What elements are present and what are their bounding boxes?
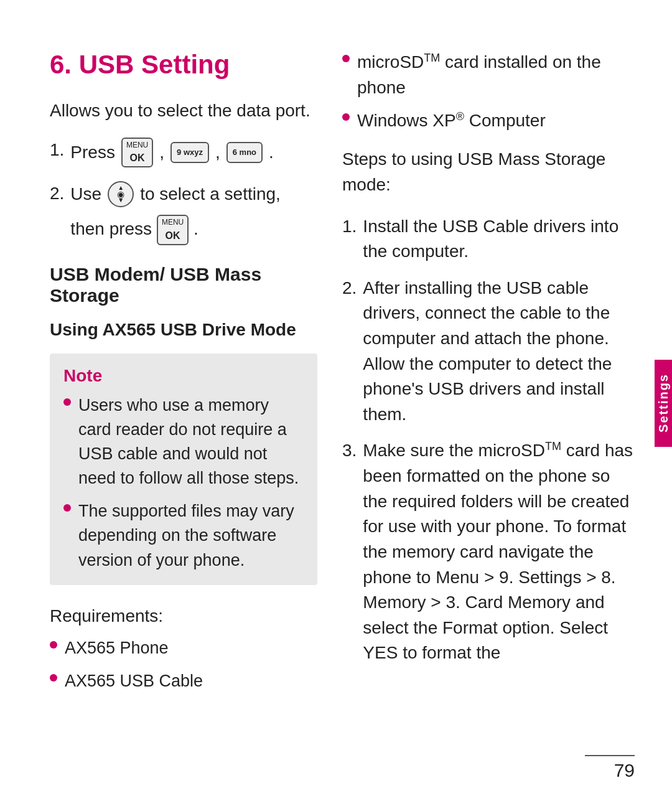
divider-line — [585, 755, 635, 756]
note-bullet-1: Users who use a memory card reader do no… — [63, 393, 304, 491]
left-column: 6. USB Setting Allows you to select the … — [50, 50, 317, 769]
sidebar-tab-label: Settings — [656, 373, 671, 433]
right-bullet-2-text: Windows XP® Computer — [357, 108, 546, 134]
step-1-number: 1. — [50, 138, 64, 163]
section-title: 6. USB Setting — [50, 50, 317, 80]
step-2-content: Use ◉ to select a setting, then press ME… — [70, 181, 317, 245]
right-dot-1 — [342, 55, 350, 62]
usb-subheading: USB Modem/ USB Mass Storage — [50, 264, 317, 306]
req-2-text: AX565 USB Cable — [65, 669, 203, 693]
note-bullet-2: The supported files may vary depending o… — [63, 499, 304, 572]
req-2: AX565 USB Cable — [50, 669, 317, 693]
right-bullet-1: microSDTM card installed on the phone — [342, 50, 635, 101]
note-bullets: Users who use a memory card reader do no… — [63, 393, 304, 573]
step-2: 2. Use ◉ to select a setting, then press… — [50, 181, 317, 245]
page-number: 79 — [614, 760, 635, 781]
req-dot-2 — [50, 674, 57, 682]
right-top-bullets: microSDTM card installed on the phone Wi… — [342, 50, 635, 133]
req-dot-1 — [50, 641, 57, 649]
step-1-content: Press MENU OK , 9 wxyz , 6 mno . — [70, 138, 317, 168]
key-menu-ok: MENU OK — [121, 138, 153, 168]
right-bullet-2: Windows XP® Computer — [342, 108, 635, 134]
main-content: 6. USB Setting Allows you to select the … — [0, 0, 672, 806]
step-r-3-text: Make sure the microSDTM card has been fo… — [363, 438, 635, 666]
right-dot-2 — [342, 113, 350, 121]
note-bullet-1-text: Users who use a memory card reader do no… — [78, 393, 304, 491]
right-bullet-1-text: microSDTM card installed on the phone — [357, 50, 635, 101]
right-column: microSDTM card installed on the phone Wi… — [342, 50, 635, 769]
step-r-3-num: 3. — [342, 438, 357, 464]
nav-circle-icon: ◉ — [108, 181, 134, 207]
step-r-2-text: After installing the USB cable drivers, … — [363, 276, 635, 428]
to-select-label: to select a setting, — [140, 182, 281, 207]
steps-intro: Steps to using USB Mass Storage mode: — [342, 147, 635, 197]
requirements-label: Requirements: — [50, 604, 317, 629]
key-menu-ok-2: MENU OK — [157, 215, 189, 245]
step-r-1-text: Install the USB Cable drivers into the c… — [363, 214, 635, 265]
step-r-2: 2. After installing the USB cable driver… — [342, 276, 635, 428]
intro-text: Allows you to select the data port. — [50, 98, 317, 124]
bullet-dot-1 — [63, 398, 71, 406]
key-6mno: 6 mno — [226, 142, 263, 163]
step-r-1-num: 1. — [342, 214, 357, 240]
steps-list: 1. Install the USB Cable drivers into th… — [342, 214, 635, 666]
key-9wxyz: 9 wxyz — [170, 142, 209, 163]
press-label: Press — [70, 140, 115, 166]
use-label: Use — [70, 182, 101, 207]
step-r-3: 3. Make sure the microSDTM card has been… — [342, 438, 635, 666]
page: 6. USB Setting Allows you to select the … — [0, 0, 672, 806]
drive-mode-heading: Using AX565 USB Drive Mode — [50, 320, 317, 340]
req-1-text: AX565 Phone — [65, 636, 169, 660]
req-1: AX565 Phone — [50, 636, 317, 660]
requirements-list: AX565 Phone AX565 USB Cable — [50, 636, 317, 693]
requirements-section: Requirements: AX565 Phone AX565 USB Cabl… — [50, 604, 317, 694]
sidebar-tab: Settings — [655, 360, 672, 447]
step-1: 1. Press MENU OK , 9 wxyz , 6 mno . — [50, 138, 317, 168]
step-2-number: 2. — [50, 181, 64, 207]
note-box: Note Users who use a memory card reader … — [50, 354, 317, 585]
step-r-2-num: 2. — [342, 276, 357, 301]
note-bullet-2-text: The supported files may vary depending o… — [78, 499, 304, 572]
step-r-1: 1. Install the USB Cable drivers into th… — [342, 214, 635, 265]
steps-section: 1. Install the USB Cable drivers into th… — [342, 214, 635, 666]
note-title: Note — [63, 366, 304, 386]
bullet-dot-2 — [63, 504, 71, 512]
